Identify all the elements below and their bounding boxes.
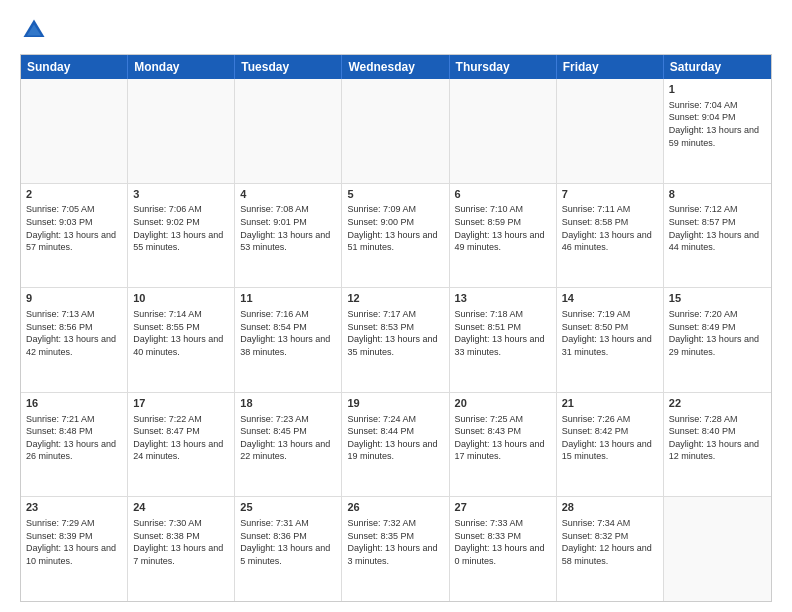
cell-info: Sunrise: 7:21 AM Sunset: 8:48 PM Dayligh… — [26, 413, 122, 463]
calendar-cell: 24Sunrise: 7:30 AM Sunset: 8:38 PM Dayli… — [128, 497, 235, 601]
calendar-header-cell: Thursday — [450, 55, 557, 79]
cell-info: Sunrise: 7:12 AM Sunset: 8:57 PM Dayligh… — [669, 203, 766, 253]
day-number: 25 — [240, 500, 336, 515]
day-number: 1 — [669, 82, 766, 97]
calendar-cell: 21Sunrise: 7:26 AM Sunset: 8:42 PM Dayli… — [557, 393, 664, 497]
cell-info: Sunrise: 7:26 AM Sunset: 8:42 PM Dayligh… — [562, 413, 658, 463]
cell-info: Sunrise: 7:06 AM Sunset: 9:02 PM Dayligh… — [133, 203, 229, 253]
calendar-cell: 17Sunrise: 7:22 AM Sunset: 8:47 PM Dayli… — [128, 393, 235, 497]
calendar-cell: 14Sunrise: 7:19 AM Sunset: 8:50 PM Dayli… — [557, 288, 664, 392]
calendar-header-cell: Sunday — [21, 55, 128, 79]
logo — [20, 16, 50, 44]
day-number: 10 — [133, 291, 229, 306]
calendar-cell: 9Sunrise: 7:13 AM Sunset: 8:56 PM Daylig… — [21, 288, 128, 392]
day-number: 5 — [347, 187, 443, 202]
cell-info: Sunrise: 7:20 AM Sunset: 8:49 PM Dayligh… — [669, 308, 766, 358]
calendar-cell: 11Sunrise: 7:16 AM Sunset: 8:54 PM Dayli… — [235, 288, 342, 392]
calendar-cell-empty — [557, 79, 664, 183]
page: SundayMondayTuesdayWednesdayThursdayFrid… — [0, 0, 792, 612]
day-number: 19 — [347, 396, 443, 411]
day-number: 26 — [347, 500, 443, 515]
calendar-cell-empty — [128, 79, 235, 183]
cell-info: Sunrise: 7:19 AM Sunset: 8:50 PM Dayligh… — [562, 308, 658, 358]
calendar-cell: 4Sunrise: 7:08 AM Sunset: 9:01 PM Daylig… — [235, 184, 342, 288]
calendar-cell: 15Sunrise: 7:20 AM Sunset: 8:49 PM Dayli… — [664, 288, 771, 392]
day-number: 22 — [669, 396, 766, 411]
cell-info: Sunrise: 7:14 AM Sunset: 8:55 PM Dayligh… — [133, 308, 229, 358]
day-number: 2 — [26, 187, 122, 202]
cell-info: Sunrise: 7:25 AM Sunset: 8:43 PM Dayligh… — [455, 413, 551, 463]
day-number: 12 — [347, 291, 443, 306]
header — [20, 16, 772, 44]
day-number: 21 — [562, 396, 658, 411]
day-number: 6 — [455, 187, 551, 202]
day-number: 20 — [455, 396, 551, 411]
calendar-cell: 20Sunrise: 7:25 AM Sunset: 8:43 PM Dayli… — [450, 393, 557, 497]
day-number: 9 — [26, 291, 122, 306]
calendar-cell: 8Sunrise: 7:12 AM Sunset: 8:57 PM Daylig… — [664, 184, 771, 288]
calendar-cell: 1Sunrise: 7:04 AM Sunset: 9:04 PM Daylig… — [664, 79, 771, 183]
cell-info: Sunrise: 7:31 AM Sunset: 8:36 PM Dayligh… — [240, 517, 336, 567]
day-number: 4 — [240, 187, 336, 202]
calendar-header-cell: Wednesday — [342, 55, 449, 79]
calendar-cell: 25Sunrise: 7:31 AM Sunset: 8:36 PM Dayli… — [235, 497, 342, 601]
calendar-header-cell: Saturday — [664, 55, 771, 79]
day-number: 28 — [562, 500, 658, 515]
day-number: 24 — [133, 500, 229, 515]
calendar-cell: 2Sunrise: 7:05 AM Sunset: 9:03 PM Daylig… — [21, 184, 128, 288]
calendar-cell: 28Sunrise: 7:34 AM Sunset: 8:32 PM Dayli… — [557, 497, 664, 601]
cell-info: Sunrise: 7:10 AM Sunset: 8:59 PM Dayligh… — [455, 203, 551, 253]
calendar: SundayMondayTuesdayWednesdayThursdayFrid… — [20, 54, 772, 602]
calendar-cell: 16Sunrise: 7:21 AM Sunset: 8:48 PM Dayli… — [21, 393, 128, 497]
calendar-cell: 6Sunrise: 7:10 AM Sunset: 8:59 PM Daylig… — [450, 184, 557, 288]
calendar-cell: 12Sunrise: 7:17 AM Sunset: 8:53 PM Dayli… — [342, 288, 449, 392]
calendar-row: 2Sunrise: 7:05 AM Sunset: 9:03 PM Daylig… — [21, 184, 771, 289]
calendar-row: 9Sunrise: 7:13 AM Sunset: 8:56 PM Daylig… — [21, 288, 771, 393]
day-number: 14 — [562, 291, 658, 306]
day-number: 7 — [562, 187, 658, 202]
calendar-cell: 23Sunrise: 7:29 AM Sunset: 8:39 PM Dayli… — [21, 497, 128, 601]
calendar-cell: 7Sunrise: 7:11 AM Sunset: 8:58 PM Daylig… — [557, 184, 664, 288]
calendar-row: 1Sunrise: 7:04 AM Sunset: 9:04 PM Daylig… — [21, 79, 771, 184]
cell-info: Sunrise: 7:23 AM Sunset: 8:45 PM Dayligh… — [240, 413, 336, 463]
calendar-cell-empty — [21, 79, 128, 183]
cell-info: Sunrise: 7:05 AM Sunset: 9:03 PM Dayligh… — [26, 203, 122, 253]
cell-info: Sunrise: 7:24 AM Sunset: 8:44 PM Dayligh… — [347, 413, 443, 463]
calendar-cell: 5Sunrise: 7:09 AM Sunset: 9:00 PM Daylig… — [342, 184, 449, 288]
calendar-header-cell: Friday — [557, 55, 664, 79]
cell-info: Sunrise: 7:09 AM Sunset: 9:00 PM Dayligh… — [347, 203, 443, 253]
calendar-header: SundayMondayTuesdayWednesdayThursdayFrid… — [21, 55, 771, 79]
cell-info: Sunrise: 7:18 AM Sunset: 8:51 PM Dayligh… — [455, 308, 551, 358]
cell-info: Sunrise: 7:33 AM Sunset: 8:33 PM Dayligh… — [455, 517, 551, 567]
cell-info: Sunrise: 7:17 AM Sunset: 8:53 PM Dayligh… — [347, 308, 443, 358]
day-number: 13 — [455, 291, 551, 306]
calendar-cell: 26Sunrise: 7:32 AM Sunset: 8:35 PM Dayli… — [342, 497, 449, 601]
cell-info: Sunrise: 7:32 AM Sunset: 8:35 PM Dayligh… — [347, 517, 443, 567]
day-number: 8 — [669, 187, 766, 202]
day-number: 11 — [240, 291, 336, 306]
day-number: 16 — [26, 396, 122, 411]
calendar-cell-empty — [450, 79, 557, 183]
cell-info: Sunrise: 7:11 AM Sunset: 8:58 PM Dayligh… — [562, 203, 658, 253]
cell-info: Sunrise: 7:13 AM Sunset: 8:56 PM Dayligh… — [26, 308, 122, 358]
day-number: 18 — [240, 396, 336, 411]
calendar-cell: 3Sunrise: 7:06 AM Sunset: 9:02 PM Daylig… — [128, 184, 235, 288]
calendar-header-cell: Monday — [128, 55, 235, 79]
calendar-cell: 27Sunrise: 7:33 AM Sunset: 8:33 PM Dayli… — [450, 497, 557, 601]
cell-info: Sunrise: 7:22 AM Sunset: 8:47 PM Dayligh… — [133, 413, 229, 463]
calendar-row: 16Sunrise: 7:21 AM Sunset: 8:48 PM Dayli… — [21, 393, 771, 498]
cell-info: Sunrise: 7:34 AM Sunset: 8:32 PM Dayligh… — [562, 517, 658, 567]
cell-info: Sunrise: 7:29 AM Sunset: 8:39 PM Dayligh… — [26, 517, 122, 567]
day-number: 27 — [455, 500, 551, 515]
calendar-cell: 19Sunrise: 7:24 AM Sunset: 8:44 PM Dayli… — [342, 393, 449, 497]
calendar-cell-empty — [235, 79, 342, 183]
day-number: 3 — [133, 187, 229, 202]
calendar-cell: 13Sunrise: 7:18 AM Sunset: 8:51 PM Dayli… — [450, 288, 557, 392]
calendar-body: 1Sunrise: 7:04 AM Sunset: 9:04 PM Daylig… — [21, 79, 771, 601]
day-number: 15 — [669, 291, 766, 306]
calendar-cell: 10Sunrise: 7:14 AM Sunset: 8:55 PM Dayli… — [128, 288, 235, 392]
calendar-header-cell: Tuesday — [235, 55, 342, 79]
calendar-cell-empty — [664, 497, 771, 601]
calendar-cell: 18Sunrise: 7:23 AM Sunset: 8:45 PM Dayli… — [235, 393, 342, 497]
day-number: 23 — [26, 500, 122, 515]
